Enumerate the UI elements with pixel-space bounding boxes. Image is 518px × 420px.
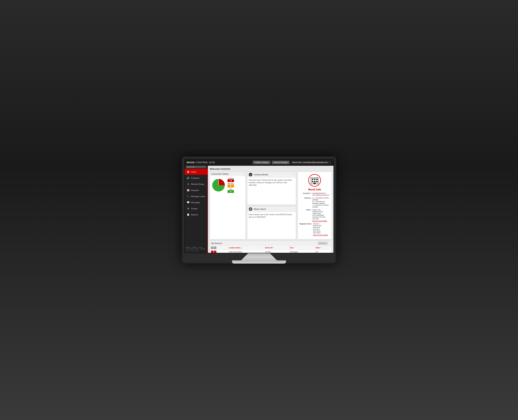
regional-6: Test Three	[313, 232, 328, 234]
svg-rect-8	[316, 181, 318, 182]
row-state-0: DC	[314, 250, 331, 253]
sidebar-item-programs[interactable]: 🔊 Programs	[184, 175, 207, 181]
col-icons[interactable]: ▾ ▾	[210, 246, 228, 250]
device-3: 1 - ProFusion XS (Disc Update)	[312, 204, 330, 208]
user-5: Cameron McCrary	[312, 216, 327, 218]
users-list: Admin User Adrianne Pryor Anida Gurlit A…	[312, 209, 327, 222]
welcome-name: Control!!	[221, 168, 230, 170]
sidebar-item-reports[interactable]: 📋 Reports	[184, 212, 207, 218]
footer-contact[interactable]: Contact	[191, 247, 197, 248]
columns-button[interactable]: Columns ▾	[318, 242, 328, 245]
brand-logo: MOOD:CONTROL SITE	[187, 161, 215, 164]
programs-icon: 🔊	[187, 177, 190, 179]
sidebar-item-home[interactable]: 🏠 Home	[184, 169, 207, 175]
account-row: Account #: MoodMyStudio123 Have Billing …	[299, 192, 330, 196]
sidebar-label-dayparts: Dayparts	[191, 189, 199, 191]
footer-user-guide[interactable]: User Guide	[186, 248, 193, 250]
brand-control-site: CONTROL SITE	[196, 161, 215, 164]
publish-button[interactable]: Publish Changes	[253, 161, 270, 164]
main-area: Control Site 🏠 Home 🔊 Programs ⊘ Blocked…	[184, 166, 334, 253]
th-icons-cell: ▾ ▾	[211, 247, 226, 249]
footer-tutorials[interactable]: Tutorials	[200, 248, 205, 250]
whats-new-header: ✱ What's New? ···	[247, 206, 296, 212]
row-device-id-0: 227095	[264, 250, 289, 253]
regional-5: Test Three	[313, 230, 328, 232]
warning-stat: Warning 0	[228, 183, 234, 188]
ok-stat: OK 0	[228, 188, 234, 193]
svg-rect-3	[312, 179, 313, 180]
col-location-label: Location Name ▲	[229, 247, 242, 249]
devices-title: My Devices	[211, 242, 222, 244]
content-area: Welcome Control!! Connection Status ···	[208, 166, 334, 253]
col-city[interactable]: City ▾	[289, 246, 314, 250]
col-device-id[interactable]: Device ID ▾	[264, 246, 289, 250]
getting-started-title: Getting Started	[254, 173, 291, 176]
cafe-logo	[299, 174, 330, 187]
table-row[interactable]: ♪ ✕ Avalon Bay DEMO227095WashingtonDC	[210, 250, 331, 253]
monitor: MOOD:CONTROL SITE Publish Changes Discar…	[182, 157, 336, 263]
regional-3: Kristi Test	[313, 226, 328, 228]
blocked-songs-icon: ⊘	[187, 183, 190, 185]
control-site-badge: Control Site	[186, 166, 206, 168]
app: MOOD:CONTROL SITE Publish Changes Discar…	[184, 159, 334, 253]
sidebar-item-messages[interactable]: 💬 Messages	[184, 199, 207, 205]
footer-about[interactable]: About	[186, 247, 190, 248]
groups-icon: ⊞	[187, 207, 190, 210]
getting-started-header: Getting Started ···	[247, 172, 296, 177]
regional-label: Regional Users:	[299, 223, 312, 236]
brand-mood: MOOD	[187, 161, 195, 164]
col-device-id-label: Device ID ▾	[265, 247, 274, 249]
sidebar-label-message-loops: Message Loops	[191, 195, 205, 197]
devices-panel: My Devices Columns ▾ ···	[210, 241, 332, 253]
cafe-name: Mood Cafe	[299, 188, 330, 191]
svg-rect-6	[312, 181, 313, 182]
col-state[interactable]: State ▾	[314, 246, 331, 250]
user-3: Anida Gurlit	[312, 212, 327, 214]
play-button[interactable]	[249, 173, 252, 176]
user-2: Adrianne Pryor	[312, 211, 327, 212]
sidebar-item-blocked-songs[interactable]: ⊘ Blocked Songs	[184, 181, 207, 187]
logo-building-svg	[310, 176, 319, 185]
middle-panels: Getting Started ··· First time here? Che…	[247, 172, 296, 239]
device-1: 11 - ProFusion IS (Disc Update)	[312, 197, 330, 201]
row-city-0: Washington	[289, 250, 314, 253]
getting-started-menu[interactable]: ···	[293, 174, 294, 176]
view-all-regional-link[interactable]: View All User Details	[313, 234, 328, 236]
discard-button[interactable]: Discard Changes	[272, 161, 289, 164]
col-city-label: City ▾	[290, 247, 294, 249]
view-all-users-link[interactable]: View All User Details	[312, 220, 327, 222]
devices-menu[interactable]: ···	[329, 242, 330, 245]
footer-links: About| Contact| Terms	[186, 247, 206, 248]
whats-new-text: Here's what's new in this version of the…	[249, 213, 294, 218]
regional-4: Test Four	[313, 228, 328, 230]
regional-2: Johnny Test	[313, 225, 328, 226]
devices-table: ▾ ▾ Location Name ▲	[210, 246, 331, 253]
users-label: Users:	[299, 209, 311, 222]
version-text: Version: 1.0.5793.5639	[186, 250, 206, 252]
sidebar-item-dayparts[interactable]: 📅 Dayparts	[184, 187, 207, 193]
whats-new-menu[interactable]: ···	[293, 208, 294, 210]
row-icons-0: ♪ ✕	[210, 250, 228, 253]
svg-rect-5	[316, 179, 318, 180]
svg-rect-4	[314, 179, 315, 180]
footer-terms[interactable]: Terms	[198, 247, 202, 248]
whats-new-body: Here's what's new in this version of the…	[247, 212, 296, 220]
connection-status-menu[interactable]: ···	[243, 173, 244, 175]
dev-icon-2-0: ✕	[214, 251, 216, 253]
col-location[interactable]: Location Name ▲	[228, 246, 264, 250]
devices-controls: Columns ▾ ···	[318, 242, 330, 245]
star-button[interactable]: ✱	[249, 207, 252, 211]
billing-link[interactable]: Have Billing Questions?	[312, 194, 329, 196]
sidebar-item-message-loops[interactable]: 📞 Message Loops	[184, 193, 207, 199]
connection-stats: Critical 12 Warning 0 OK	[228, 177, 234, 193]
connection-status-body: Critical 12 Warning 0 OK	[210, 176, 245, 194]
sidebar-item-groups[interactable]: ⊞ Groups	[184, 205, 207, 212]
dev-icon-1-0: ♪	[211, 251, 213, 253]
devices-label: Devices:	[299, 197, 311, 208]
user-dropdown-arrow[interactable]: ▼	[328, 162, 330, 163]
footer-faq[interactable]: FAQ	[195, 248, 198, 250]
sidebar-footer: About| Contact| Terms User Guide| FAQ| T…	[184, 245, 207, 253]
home-icon: 🏠	[187, 171, 190, 173]
account-value: MoodMyStudio123	[312, 192, 329, 194]
whats-new-title: What's New?	[254, 208, 291, 210]
